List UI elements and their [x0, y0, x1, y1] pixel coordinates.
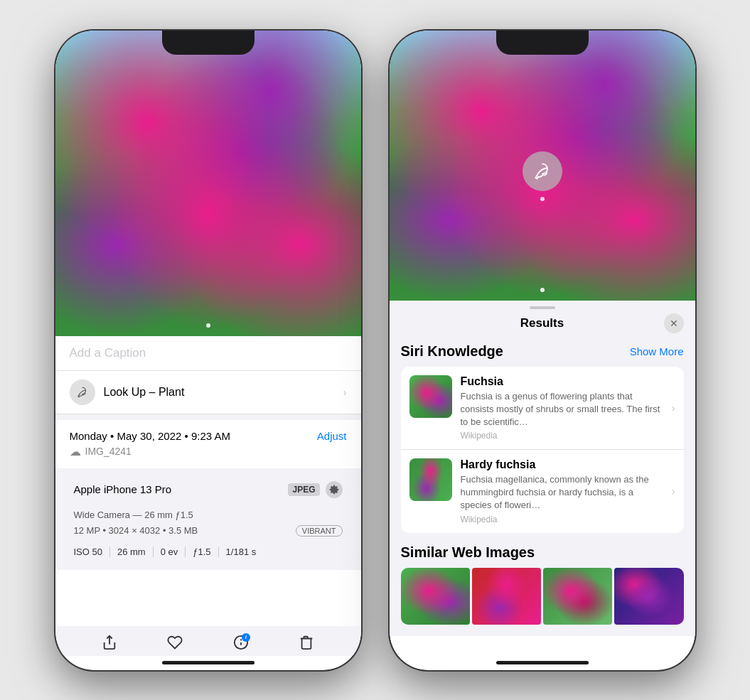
results-content[interactable]: Siri Knowledge Show More Fuchsia	[390, 338, 695, 636]
metadata-section: Monday • May 30, 2022 • 9:23 AM Adjust ☁…	[55, 420, 361, 468]
left-phone: Add a Caption Look Up – Plant	[55, 31, 361, 670]
left-phone-content: Add a Caption Look Up – Plant	[55, 31, 361, 570]
fuchsia-title: Fuchsia	[461, 375, 663, 388]
date-text: Monday • May 30, 2022 • 9:23 AM	[70, 430, 230, 442]
similar-img-2[interactable]	[472, 568, 541, 625]
visual-lookup-button[interactable]	[523, 151, 562, 191]
right-phone-content: Results ✕ Siri Knowledge Show More	[390, 31, 695, 636]
right-photo-dots	[540, 288, 545, 292]
exif-focal: 26 mm	[110, 546, 154, 557]
exif-iso: ISO 50	[74, 546, 110, 557]
filename: IMG_4241	[85, 446, 132, 457]
knowledge-card: Fuchsia Fuchsia is a genus of flowering …	[401, 367, 684, 533]
siri-knowledge-header: Siri Knowledge Show More	[401, 343, 684, 360]
vibrant-badge: VIBRANT	[296, 525, 343, 537]
photo-area-right[interactable]	[390, 31, 695, 301]
specs-text: 12 MP • 3024 × 4032 • 3.5 MB	[74, 525, 198, 536]
photo-dots	[206, 323, 210, 328]
similar-img-4[interactable]	[614, 568, 683, 625]
hardy-title: Hardy fuchsia	[461, 458, 663, 471]
info-area: Add a Caption Look Up – Plant	[55, 336, 361, 570]
lookup-row[interactable]: Look Up – Plant ›	[55, 371, 361, 414]
device-section: Apple iPhone 13 Pro JPEG	[64, 474, 353, 564]
similar-section: Similar Web Images	[401, 544, 684, 625]
right-phone-screen: Results ✕ Siri Knowledge Show More	[390, 31, 695, 670]
fuchsia-chevron: ›	[672, 402, 675, 414]
knowledge-item-hardy[interactable]: Hardy fuchsia Fuchsia magellanica, commo…	[401, 450, 684, 533]
close-button[interactable]: ✕	[664, 313, 684, 333]
device-row: Apple iPhone 13 Pro JPEG	[64, 474, 353, 505]
close-icon: ✕	[670, 318, 678, 328]
date-row: Monday • May 30, 2022 • 9:23 AM Adjust	[70, 430, 347, 442]
exif-shutter: 1/181 s	[219, 546, 264, 557]
adjust-button[interactable]: Adjust	[317, 430, 347, 442]
info-badge: i	[242, 633, 250, 642]
lookup-icon	[70, 379, 95, 405]
caption-placeholder[interactable]: Add a Caption	[70, 346, 146, 360]
photo-area-left[interactable]	[55, 31, 361, 336]
lookup-dot	[540, 197, 545, 201]
exif-ev: 0 ev	[154, 546, 186, 557]
left-notch	[162, 31, 255, 55]
info-button[interactable]: i	[233, 635, 249, 650]
delete-button[interactable]	[299, 635, 314, 650]
jpeg-badge: JPEG	[288, 483, 319, 496]
like-button[interactable]	[167, 635, 183, 650]
dot-1	[206, 323, 210, 328]
camera-info: Wide Camera — 26 mm ƒ1.5	[74, 510, 193, 520]
hardy-desc: Fuchsia magellanica, commonly known as t…	[461, 473, 663, 512]
fuchsia-text: Fuchsia Fuchsia is a genus of flowering …	[461, 375, 663, 441]
gear-icon[interactable]	[326, 481, 343, 498]
fuchsia-desc: Fuchsia is a genus of flowering plants t…	[461, 390, 663, 429]
hardy-thumb-bg	[409, 458, 452, 501]
hardy-text: Hardy fuchsia Fuchsia magellanica, commo…	[461, 458, 663, 524]
format-badges: JPEG	[288, 481, 342, 498]
similar-title: Similar Web Images	[401, 544, 684, 561]
fuchsia-thumbnail	[409, 375, 452, 418]
hardy-chevron: ›	[672, 485, 675, 497]
exif-aperture: ƒ1.5	[186, 546, 218, 557]
similar-images-grid	[401, 568, 684, 625]
results-title: Results	[520, 316, 564, 330]
right-phone: Results ✕ Siri Knowledge Show More	[390, 31, 695, 670]
lookup-label: Look Up – Plant	[104, 386, 185, 399]
right-dot-1	[540, 288, 545, 292]
cloud-icon: ☁	[70, 445, 81, 458]
similar-img-1[interactable]	[401, 568, 470, 625]
share-button[interactable]	[102, 635, 117, 650]
siri-knowledge-title: Siri Knowledge	[401, 343, 503, 360]
fuchsia-thumb-bg	[409, 375, 452, 418]
fuchsia-source: Wikipedia	[461, 431, 663, 441]
lookup-chevron: ›	[343, 387, 347, 398]
flower-photo-left	[55, 31, 361, 336]
specs-row: 12 MP • 3024 × 4032 • 3.5 MB VIBRANT	[64, 524, 353, 542]
device-name: Apple iPhone 13 Pro	[74, 483, 172, 495]
results-panel: Results ✕ Siri Knowledge Show More	[390, 301, 695, 636]
results-header: Results ✕	[390, 309, 695, 338]
camera-info-row: Wide Camera — 26 mm ƒ1.5	[64, 505, 353, 524]
left-phone-screen: Add a Caption Look Up – Plant	[55, 31, 361, 670]
caption-row[interactable]: Add a Caption	[55, 336, 361, 371]
right-notch	[496, 31, 589, 55]
location-row: ☁ IMG_4241	[70, 445, 347, 458]
show-more-button[interactable]: Show More	[630, 345, 684, 357]
knowledge-item-fuchsia[interactable]: Fuchsia Fuchsia is a genus of flowering …	[401, 367, 684, 451]
hardy-thumbnail	[409, 458, 452, 501]
right-home-indicator	[496, 661, 589, 664]
left-home-indicator	[162, 661, 255, 664]
similar-img-3[interactable]	[543, 568, 612, 625]
exif-row: ISO 50 26 mm 0 ev ƒ1.5 1/181 s	[64, 542, 353, 564]
hardy-source: Wikipedia	[461, 515, 663, 524]
bottom-toolbar: i	[55, 626, 361, 656]
phones-container: Add a Caption Look Up – Plant	[55, 31, 695, 670]
